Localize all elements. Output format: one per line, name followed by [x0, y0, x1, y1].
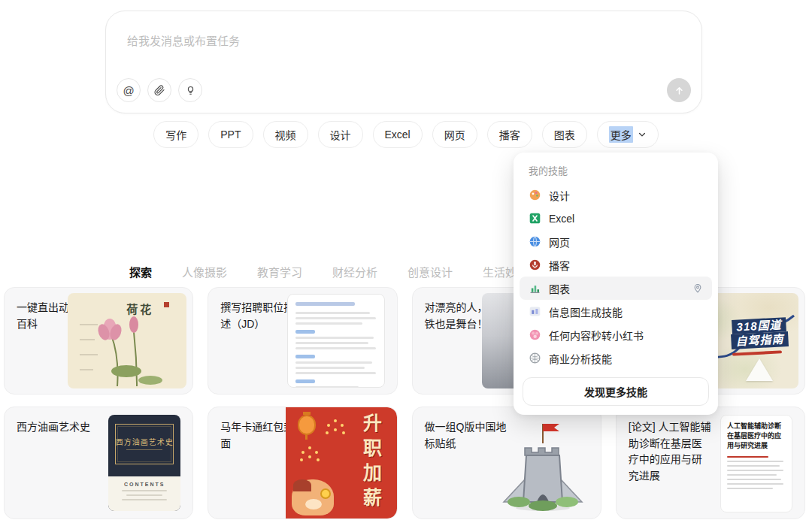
pin-icon[interactable]: [692, 283, 703, 294]
card-title: [论文] 人工智能辅助诊断在基层医疗中的应用与研究进展: [629, 419, 711, 485]
card-jd-writing[interactable]: 撰写招聘职位描述（JD）: [208, 287, 397, 395]
paper-preview: 人工智能辅助诊断在基层医疗中的应用与研究进展: [720, 415, 792, 512]
tab-portrait-photography[interactable]: 人像摄影: [182, 264, 227, 280]
lotus-label: 荷花: [126, 301, 153, 316]
card-plant-encyclopedia[interactable]: 一键直出动植物百科 荷花: [4, 287, 193, 395]
chip-excel[interactable]: Excel: [373, 121, 423, 148]
skills-menu-header: 我的技能: [520, 159, 712, 183]
jd-document-preview: [287, 294, 385, 388]
arrow-up-icon: [674, 85, 685, 96]
excel-icon: [529, 212, 541, 225]
menu-item-excel[interactable]: Excel: [520, 207, 712, 230]
route-title-badge: 318国道 自驾指南: [730, 317, 789, 349]
chevron-down-icon: [638, 130, 647, 139]
mention-button[interactable]: @: [117, 78, 141, 102]
card-horse-red-packet[interactable]: 马年卡通红包封面 升职加薪: [208, 407, 397, 519]
card-title: 做一组Q版中国地标贴纸: [425, 419, 508, 452]
firework-spark: [334, 428, 337, 431]
mountain-shape: [746, 358, 773, 381]
attach-button[interactable]: [147, 78, 171, 102]
menu-item-podcast[interactable]: 播客: [520, 253, 712, 277]
composer-toolbar: @: [117, 78, 202, 102]
seal-mark: [164, 302, 169, 307]
chip-video[interactable]: 视频: [263, 121, 308, 148]
chip-writing[interactable]: 写作: [153, 121, 198, 148]
menu-item-xiaohongshu[interactable]: 任何内容秒转小红书: [520, 323, 712, 346]
card-ai-diagnosis-paper[interactable]: [论文] 人工智能辅助诊断在基层医疗中的应用与研究进展 人工智能辅助诊断在基层医…: [616, 407, 805, 519]
lantern-shape: [298, 415, 316, 435]
chip-design[interactable]: 设计: [318, 121, 363, 148]
podcast-icon: [529, 258, 541, 271]
tab-explore[interactable]: 探索: [129, 264, 152, 280]
menu-item-web[interactable]: 网页: [520, 230, 712, 253]
menu-item-chart[interactable]: 图表: [520, 277, 712, 300]
chip-chart[interactable]: 图表: [542, 121, 587, 148]
paperclip-icon: [153, 84, 165, 96]
skill-chip-row: 写作 PPT 视频 设计 Excel 网页 播客 图表 更多: [0, 121, 812, 148]
app: { "composer": { "placeholder": "给我发消息或布置…: [0, 0, 812, 523]
chip-web[interactable]: 网页: [432, 121, 477, 148]
red-packet-preview: 升职加薪: [286, 407, 397, 518]
palette-icon: [529, 189, 541, 201]
send-button[interactable]: [667, 78, 691, 102]
composer: 给我发消息或布置任务 @: [105, 11, 702, 113]
card-china-landmark-stickers[interactable]: 做一组Q版中国地标贴纸: [412, 407, 601, 519]
card-title: 西方油画艺术史: [17, 419, 99, 436]
firework-spark: [308, 455, 311, 458]
infographic-icon: [529, 305, 541, 318]
book-contents-label: CONTENTS: [108, 482, 180, 487]
category-tabs: 探索 人像摄影 教育学习 财经分析 创意设计 生活妙: [129, 264, 517, 280]
chip-podcast[interactable]: 播客: [487, 121, 532, 148]
composer-input[interactable]: 给我发消息或布置任务: [127, 32, 240, 48]
tab-creative-design[interactable]: 创意设计: [408, 264, 453, 280]
discover-more-skills-button[interactable]: 发现更多技能: [523, 377, 709, 406]
chip-ppt[interactable]: PPT: [208, 121, 253, 148]
business-analysis-icon: [529, 352, 541, 364]
card-western-oil-painting[interactable]: 西方油画艺术史 西方油画艺术史 CONTENTS: [4, 407, 193, 519]
menu-item-business-analysis[interactable]: 商业分析技能: [520, 346, 712, 370]
globe-icon: [529, 235, 541, 248]
book-contents-page: CONTENTS: [108, 476, 180, 511]
xiaohongshu-icon: [529, 328, 541, 341]
ideas-button[interactable]: [178, 78, 202, 102]
book-cover-title: 西方油画艺术史: [108, 436, 180, 447]
lotus-illustration: 荷花: [68, 293, 186, 388]
tab-lifehacks[interactable]: 生活妙: [483, 264, 517, 280]
red-packet-text: 升职加薪: [358, 413, 385, 512]
skills-menu: 我的技能 设计 Excel 网页 播客 图表: [514, 153, 718, 415]
lightbulb-icon: [185, 85, 196, 96]
chart-icon: [529, 282, 541, 295]
at-icon: @: [123, 84, 134, 97]
chip-more[interactable]: 更多: [597, 121, 659, 148]
book-cover-preview: 西方油画艺术史 CONTENTS: [108, 415, 180, 511]
menu-item-design[interactable]: 设计: [520, 183, 712, 207]
tab-education[interactable]: 教育学习: [257, 264, 302, 280]
menu-item-infographic[interactable]: 信息图生成技能: [520, 300, 712, 323]
paper-title-text: 人工智能辅助诊断在基层医疗中的应用与研究进展: [727, 422, 786, 451]
great-wall-sticker: [497, 412, 589, 514]
tab-finance[interactable]: 财经分析: [332, 264, 377, 280]
